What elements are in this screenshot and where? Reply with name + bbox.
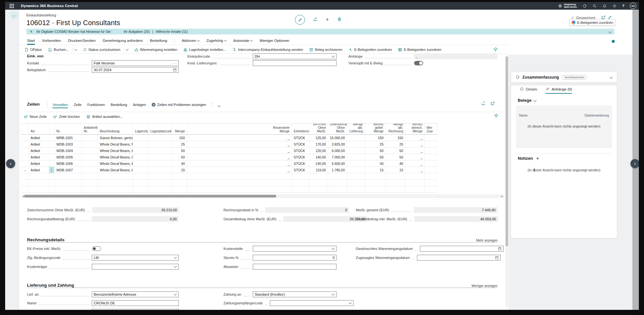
grid-header-cell[interactable]: Nr. [54, 124, 82, 134]
grid-cell[interactable]: Whole Decaf Beans, Costa Rica [98, 154, 133, 160]
grid-cell[interactable] [425, 154, 437, 160]
rabatt-prozent-value[interactable]: 0 [265, 207, 349, 213]
menu-zugehoerig[interactable]: Zugehörig [206, 39, 226, 45]
chevron-down-icon[interactable] [174, 292, 177, 296]
lief-an-select[interactable]: Benutzerdefinierte Adresse [92, 291, 179, 297]
grid-cell[interactable] [405, 180, 425, 186]
grid-cell[interactable]: Whole Decaf Beans, Hawaii [98, 167, 133, 173]
belegdatum-input[interactable]: 30.07.2024 [92, 67, 179, 73]
grid-cell[interactable] [347, 173, 365, 179]
menu-automate[interactable]: Automate [233, 39, 252, 45]
grid-header-cell[interactable] [22, 124, 29, 134]
app-title[interactable]: Dynamics 365 Business Central [21, 4, 78, 8]
kontakt-input[interactable]: Falk Neuman··· [92, 60, 179, 66]
calendar-icon[interactable] [495, 256, 499, 260]
grid-cell[interactable] [82, 180, 98, 186]
grid-cell[interactable]: STÜCK [292, 141, 309, 147]
column-name[interactable]: Name [519, 114, 528, 117]
grid-cell[interactable] [98, 186, 133, 192]
kostenstelle-select[interactable] [253, 246, 336, 252]
grid-cell[interactable]: _ [405, 154, 425, 160]
grid-cell[interactable]: 50 [386, 154, 405, 160]
grid-cell[interactable] [309, 186, 328, 192]
grid-cell[interactable] [187, 180, 292, 186]
grid-cell[interactable]: 1.785,00 [328, 167, 347, 173]
grid-cell[interactable] [133, 148, 148, 154]
ribbon-edoc-zuordnen-ai[interactable]: E-Belegzeilen zuordnen [348, 48, 392, 52]
edit-button[interactable] [295, 15, 305, 25]
grid-cell[interactable] [22, 148, 29, 154]
pin-icon[interactable] [493, 47, 498, 53]
show-more-link[interactable]: Mehr anzeigen [476, 239, 497, 242]
grid-cell[interactable] [328, 173, 347, 179]
rabattbetrag-value[interactable]: 0,00 [92, 216, 179, 222]
grid-cell[interactable]: _ [187, 135, 292, 141]
grid-cell[interactable]: 50 [365, 154, 386, 160]
grid-cell[interactable] [29, 186, 49, 192]
lines-tab-anlagen[interactable]: Anlagen [133, 103, 146, 108]
grid-cell[interactable] [292, 180, 309, 186]
grid-cell[interactable] [49, 148, 54, 154]
grid-cell[interactable]: 25 [365, 141, 386, 147]
grid-cell[interactable] [347, 160, 365, 167]
grid-cell[interactable] [148, 135, 172, 141]
grid-cell[interactable] [347, 186, 365, 192]
grid-cell[interactable]: Artikel [29, 141, 49, 147]
ribbon-lagerbelege[interactable]: Lagerbelege erstellen... [183, 48, 226, 52]
tasks-link[interactable]: Ihr Aufgaben (20) [124, 30, 150, 33]
grid-cell[interactable]: 50 [365, 148, 386, 154]
grid-cell[interactable] [347, 135, 365, 141]
grid-cell[interactable] [292, 186, 309, 192]
grid-cell[interactable] [22, 173, 29, 179]
row-menu-handle[interactable]: ⋮ [49, 167, 54, 173]
tab-drucken-senden[interactable]: Drucken/Senden [68, 39, 96, 45]
chevron-down-icon[interactable] [332, 54, 335, 58]
ek-preise-toggle[interactable] [92, 246, 101, 251]
table-row[interactable] [22, 180, 437, 186]
app-launcher-icon[interactable] [10, 4, 14, 8]
ribbon-intercompany-senden[interactable]: Intercompany-Einkaufsbestellung senden [232, 48, 303, 52]
scrollbar-thumb[interactable] [506, 56, 508, 246]
grid-cell[interactable] [386, 180, 405, 186]
table-row[interactable] [22, 173, 437, 180]
grid-header-cell[interactable]: Beschreibung [98, 124, 133, 134]
grid-cell[interactable] [187, 173, 292, 179]
artikel-auswaehlen-button[interactable]: Artikel auswählen... [86, 115, 123, 119]
grid-cell[interactable] [148, 148, 172, 154]
grid-cell[interactable] [148, 141, 172, 147]
grid-cell[interactable] [49, 160, 54, 167]
grid-cell[interactable]: 15.000,00 [328, 135, 347, 141]
grid-cell[interactable] [49, 135, 54, 141]
grid-cell[interactable] [82, 167, 98, 173]
calendar-icon[interactable] [498, 247, 502, 251]
helpful-content-link[interactable]: Hilfreiche Inhalte (11) [156, 30, 188, 33]
grid-cell[interactable] [405, 186, 425, 192]
table-row[interactable]: ArtikelWDB-1005Whole Decaf Beans, Costa … [22, 154, 437, 160]
zeile-loeschen-button[interactable]: Zeile löschen [53, 115, 80, 119]
grid-cell[interactable]: 15 [172, 167, 187, 173]
grid-cell[interactable]: 50 [172, 148, 187, 154]
grid-header-cell[interactable] [49, 124, 54, 134]
lines-tabs-more[interactable] [218, 104, 220, 108]
grid-header-cell[interactable]: MerZuw [425, 124, 437, 134]
grid-cell[interactable] [148, 160, 172, 167]
grid-header-cell[interactable]: Bereits gelief.Menge [365, 124, 386, 134]
chevron-down-icon[interactable] [332, 247, 335, 250]
grid-cell[interactable] [22, 154, 29, 160]
grid-cell[interactable] [347, 141, 365, 147]
grid-cell[interactable] [148, 180, 172, 186]
grid-cell[interactable] [133, 154, 148, 160]
grid-cell[interactable] [82, 173, 98, 179]
grid-cell[interactable] [405, 173, 425, 179]
grid-cell[interactable] [172, 173, 187, 179]
grid-cell[interactable] [49, 141, 54, 147]
pin-icon[interactable] [494, 113, 498, 119]
table-row[interactable]: ArtikelWDB-1003Whole Decaf Beans, Mexico… [22, 141, 437, 148]
grid-cell[interactable]: 120,00 [309, 148, 328, 154]
ribbon-wareneingang[interactable]: Wareneingang erstellen [134, 48, 177, 52]
grid-cell[interactable] [82, 160, 98, 167]
copilot-map-edoc-button[interactable]: E-Belegzeilen zuordnen [569, 19, 615, 26]
grid-cell[interactable] [49, 154, 54, 160]
grid-cell[interactable] [82, 154, 98, 160]
scroll-right-icon[interactable]: ► [501, 195, 503, 197]
